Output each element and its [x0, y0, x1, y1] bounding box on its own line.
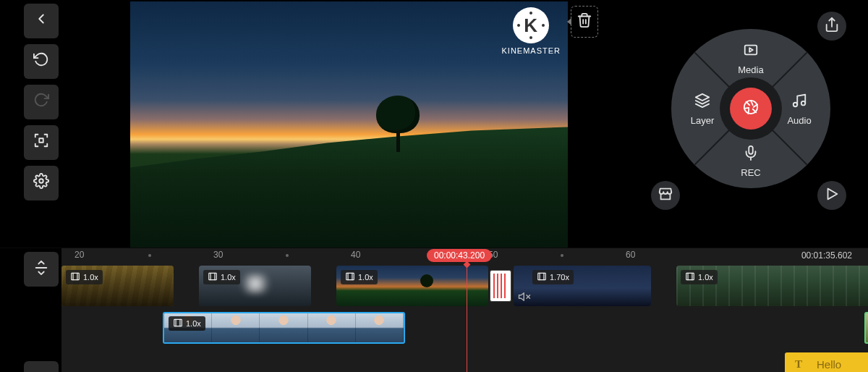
- svg-rect-30: [686, 273, 694, 279]
- clip-speed-chip: 1.0x: [681, 270, 718, 284]
- svg-rect-21: [346, 273, 354, 279]
- svg-marker-5: [696, 94, 709, 101]
- clip-speed-chip: 1.70x: [532, 270, 574, 284]
- video-layer-clip[interactable]: [864, 312, 868, 344]
- ruler-mark: 40: [351, 250, 360, 260]
- jump-to-start-button[interactable]: [24, 361, 59, 372]
- svg-rect-8: [749, 146, 753, 154]
- wheel-audio-label: Audio: [787, 115, 811, 126]
- playhead[interactable]: [467, 264, 467, 372]
- editor-top-area: KINEMASTER Media: [0, 0, 868, 248]
- playhead-time-badge: 00:00:43.200: [427, 249, 492, 262]
- svg-point-1: [39, 179, 43, 183]
- clip-speed-chip: 1.0x: [203, 270, 240, 284]
- video-preview[interactable]: KINEMASTER: [130, 1, 568, 248]
- ruler-mark: 60: [626, 250, 635, 260]
- filmstrip-icon: [208, 271, 218, 283]
- media-wheel: Media Layer Audio REC: [671, 29, 830, 188]
- ruler-dot: [561, 254, 563, 257]
- clip-speed-chip: 1.0x: [169, 316, 205, 331]
- shutter-icon: [743, 99, 759, 118]
- right-panel: Media Layer Audio REC: [637, 0, 868, 248]
- wheel-media-label: Media: [738, 64, 763, 75]
- timeline-area: 20 30 40 50 60 00:00:43.200 00:01:35.602…: [0, 248, 868, 372]
- preview-area: KINEMASTER: [61, 0, 637, 248]
- asset-store-button[interactable]: [651, 181, 680, 210]
- clip-speed-chip: 1.0x: [341, 270, 378, 284]
- filmstrip-icon: [70, 271, 80, 283]
- svg-rect-15: [72, 273, 80, 279]
- ruler-dot: [148, 254, 151, 257]
- ruler-mark: 20: [75, 250, 84, 260]
- clip-speed-chip: 1.0x: [66, 270, 103, 284]
- text-layer-content: Hello: [817, 358, 841, 371]
- left-toolbar: [0, 0, 61, 248]
- video-layer-clip[interactable]: 1.0x: [163, 312, 405, 344]
- app-watermark[interactable]: KINEMASTER: [501, 7, 561, 55]
- primary-video-track: + 1.0x + 1.0x + 1.0x: [61, 266, 868, 308]
- svg-marker-11: [828, 189, 838, 200]
- layer-track-1: 1.0x T Hello: [61, 312, 868, 345]
- ruler-dot: [286, 254, 289, 257]
- svg-marker-4: [749, 48, 753, 52]
- undo-button[interactable]: [24, 44, 59, 79]
- text-layer-clip[interactable]: T Hello: [785, 352, 868, 372]
- filmstrip-icon: [685, 271, 695, 283]
- timeline-toolbar: [0, 248, 61, 372]
- redo-button[interactable]: [24, 85, 59, 119]
- kinemaster-logo-icon: [513, 7, 549, 43]
- svg-rect-0: [39, 138, 43, 143]
- video-clip[interactable]: + 1.0x: [61, 266, 174, 306]
- play-icon: [824, 186, 840, 205]
- wheel-rec-label: REC: [741, 167, 760, 178]
- svg-rect-33: [174, 319, 182, 326]
- clip-muted-icon: [518, 290, 531, 303]
- timeline-total-duration: 00:01:35.602: [801, 250, 852, 261]
- svg-point-7: [801, 101, 806, 106]
- media-folder-icon: [726, 42, 776, 62]
- play-button[interactable]: [817, 181, 846, 210]
- capture-frame-button[interactable]: [24, 125, 59, 160]
- text-layer-icon: T: [795, 358, 802, 371]
- svg-rect-3: [745, 46, 757, 55]
- wheel-rec-button[interactable]: REC: [726, 145, 776, 178]
- back-button[interactable]: [24, 4, 59, 38]
- video-clip[interactable]: 1.70x: [514, 266, 651, 306]
- video-clip[interactable]: + 1.0x: [199, 266, 311, 306]
- filmstrip-icon: [173, 318, 183, 329]
- gear-icon: [33, 173, 49, 193]
- watermark-text: KINEMASTER: [501, 46, 561, 55]
- redo-icon: [33, 92, 49, 112]
- jump-to-start-icon: [33, 369, 49, 373]
- transition-slot[interactable]: [490, 270, 511, 302]
- wheel-layer-label: Layer: [691, 115, 715, 126]
- svg-point-6: [793, 103, 798, 107]
- microphone-icon: [726, 145, 776, 164]
- filmstrip-icon: [345, 271, 355, 283]
- chevron-left-icon: [33, 11, 49, 31]
- capture-frame-icon: [33, 132, 49, 153]
- svg-rect-18: [209, 273, 217, 279]
- wheel-media-button[interactable]: Media: [726, 42, 776, 75]
- delete-watermark-button[interactable]: [571, 6, 598, 38]
- project-settings-button[interactable]: [24, 166, 59, 200]
- undo-icon: [33, 51, 49, 72]
- timeline-zoom-fit-button[interactable]: [24, 252, 59, 287]
- timeline[interactable]: 20 30 40 50 60 00:00:43.200 00:01:35.602…: [61, 248, 868, 372]
- video-clip[interactable]: + 1.0x: [336, 266, 488, 306]
- svg-rect-27: [538, 273, 546, 279]
- svg-marker-24: [519, 293, 524, 301]
- trash-icon: [576, 12, 592, 32]
- store-icon: [658, 186, 673, 206]
- wheel-center-shutter-button[interactable]: [730, 88, 772, 130]
- timeline-fit-icon: [33, 260, 49, 279]
- video-clip[interactable]: + 1.0x: [676, 266, 868, 306]
- ruler-mark: 30: [213, 250, 223, 260]
- filmstrip-icon: [537, 271, 547, 283]
